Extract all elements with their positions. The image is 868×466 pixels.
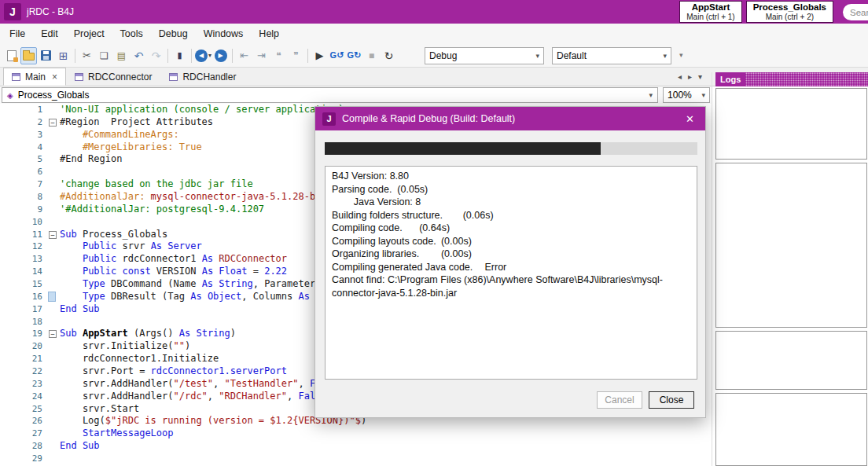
member-selector-combo[interactable]: ◈ Process_Globals ▾ bbox=[2, 87, 658, 103]
compile-dialog-titlebar[interactable]: J Compile & Rapid Debug (Build: Default)… bbox=[315, 107, 705, 130]
logs-filter-area[interactable] bbox=[715, 331, 867, 390]
tab-rdchandler[interactable]: RDCHandler bbox=[160, 68, 245, 86]
compile-progress-bar bbox=[325, 142, 697, 155]
quick-button-appstart[interactable]: AppStart Main (ctrl + 1) bbox=[679, 1, 741, 23]
code-text: '#AdditionalJar: postgresql-9.4.1207 bbox=[60, 204, 264, 216]
fold-collapse-icon[interactable]: − bbox=[49, 330, 57, 338]
code-line[interactable]: 29 bbox=[0, 453, 712, 465]
toolbar-separator bbox=[232, 49, 233, 63]
resume-icon[interactable]: G↻ bbox=[346, 47, 362, 64]
line-number: 14 bbox=[0, 266, 47, 278]
open-file-icon[interactable] bbox=[20, 47, 37, 64]
compile-log-line: Compiling layouts code. (0.00s) bbox=[332, 235, 690, 248]
modules-icon[interactable]: ⊞ bbox=[55, 47, 72, 64]
code-line[interactable]: 28End Sub bbox=[0, 440, 712, 453]
toolbar-overflow-icon[interactable]: ▾ bbox=[679, 51, 683, 59]
panel-splitter[interactable] bbox=[712, 72, 712, 466]
bookmark-icon[interactable]: ▮ bbox=[171, 47, 188, 64]
copy-icon[interactable]: ❏ bbox=[96, 47, 112, 64]
debug-mode-combo[interactable]: Debug ▾ bbox=[425, 47, 544, 64]
logs-secondary-area[interactable] bbox=[715, 163, 867, 328]
zoom-combo[interactable]: 100% ▾ bbox=[663, 87, 710, 103]
b4j-ide-window: J jRDC - B4J AppStart Main (ctrl + 1) Pr… bbox=[0, 0, 868, 466]
code-line[interactable]: 27 StartMessageLoop bbox=[0, 427, 712, 440]
navigate-back-button-circle: ◀ bbox=[195, 50, 208, 62]
module-icon bbox=[75, 73, 83, 81]
close-icon[interactable]: ✕ bbox=[682, 113, 698, 125]
code-text: #AdditionalJar: mysql-connector-java-5.1… bbox=[60, 191, 349, 204]
undo-icon[interactable]: ↶ bbox=[131, 47, 147, 64]
code-text: srvr.AddHandler("/rdc", "RDCHandler", Fa… bbox=[60, 391, 333, 403]
line-number: 18 bbox=[0, 316, 47, 328]
redo-icon[interactable]: ↷ bbox=[148, 47, 164, 64]
menubar: FileEditProjectToolsDebugWindowsHelp bbox=[0, 24, 868, 44]
gutter-fold-column bbox=[47, 303, 60, 316]
cancel-button[interactable]: Cancel bbox=[597, 391, 642, 409]
quick-button-process-globals[interactable]: Process_Globals Main (ctrl + 2) bbox=[746, 1, 833, 23]
member-icon: ◈ bbox=[7, 91, 13, 100]
menu-item-help[interactable]: Help bbox=[251, 24, 287, 44]
logs-bottom-area[interactable] bbox=[715, 393, 867, 466]
line-number: 26 bbox=[0, 415, 47, 427]
menu-item-windows[interactable]: Windows bbox=[196, 24, 252, 44]
compile-log-output[interactable]: B4J Version: 8.80Parsing code. (0.05s) J… bbox=[325, 166, 697, 380]
comment-icon[interactable]: ❝ bbox=[270, 47, 287, 64]
menu-item-edit[interactable]: Edit bbox=[33, 24, 66, 44]
cut-icon[interactable]: ✂ bbox=[79, 47, 95, 64]
code-text: #MergeLibraries: True bbox=[60, 141, 202, 154]
fold-collapse-icon[interactable]: − bbox=[49, 231, 57, 239]
code-text: srvr.AddHandler("/test", "TestHandler", … bbox=[60, 378, 344, 391]
logs-panel-header[interactable]: Logs bbox=[715, 72, 868, 86]
gutter-fold-column bbox=[47, 378, 60, 391]
uncomment-icon[interactable]: ❞ bbox=[288, 47, 304, 64]
code-text: Public srvr As Server bbox=[60, 240, 202, 253]
save-icon[interactable] bbox=[38, 47, 54, 64]
gutter-fold-column bbox=[47, 266, 60, 278]
build-config-combo[interactable]: Default ▾ bbox=[552, 47, 671, 64]
logs-output-area[interactable] bbox=[715, 88, 867, 160]
stop-button[interactable]: ■ bbox=[363, 47, 380, 64]
restart-button[interactable]: ↻ bbox=[381, 47, 397, 64]
line-number: 6 bbox=[0, 166, 47, 178]
logs-header-hatch bbox=[745, 72, 868, 86]
new-file-icon[interactable] bbox=[3, 47, 20, 64]
navigate-forward-button-circle: ▶ bbox=[215, 50, 227, 62]
tab-main[interactable]: Main× bbox=[3, 68, 66, 86]
tab-label: RDCHandler bbox=[182, 72, 236, 83]
tab-nav-left-icon[interactable]: ◂ bbox=[678, 72, 682, 81]
compile-log-line: Compiling generated Java code. Error bbox=[332, 261, 690, 274]
search-input[interactable]: Searc bbox=[843, 4, 868, 20]
gutter-fold-column bbox=[47, 278, 60, 291]
navigate-back-button[interactable]: ◀▾ bbox=[195, 47, 211, 64]
tab-nav-menu-icon[interactable]: ▾ bbox=[698, 72, 702, 81]
tab-close-icon[interactable]: × bbox=[52, 72, 57, 83]
gutter-fold-column bbox=[47, 340, 60, 353]
code-text: End Sub bbox=[60, 303, 100, 316]
run-button[interactable]: ▶ bbox=[311, 47, 328, 64]
gutter-fold-column bbox=[47, 240, 60, 253]
chevron-down-icon: ▾ bbox=[649, 91, 653, 99]
menu-item-project[interactable]: Project bbox=[66, 24, 112, 44]
line-number: 13 bbox=[0, 253, 47, 266]
menu-item-file[interactable]: File bbox=[2, 24, 33, 44]
menu-item-tools[interactable]: Tools bbox=[112, 24, 151, 44]
gutter-fold-column bbox=[47, 291, 60, 303]
chevron-down-icon: ▾ bbox=[663, 52, 667, 60]
code-text: srvr.Start bbox=[60, 403, 139, 416]
fold-collapse-icon[interactable]: − bbox=[49, 119, 57, 127]
titlebar[interactable]: J jRDC - B4J AppStart Main (ctrl + 1) Pr… bbox=[0, 0, 868, 24]
paste-icon[interactable]: ▤ bbox=[113, 47, 130, 64]
close-button[interactable]: Close bbox=[649, 391, 694, 409]
navigate-forward-button[interactable]: ▶ bbox=[212, 47, 229, 64]
outdent-icon[interactable]: ⇤ bbox=[236, 47, 252, 64]
rapid-debug-icon[interactable]: G↺ bbox=[329, 47, 345, 64]
tab-rdcconnector[interactable]: RDCConnector bbox=[66, 68, 160, 86]
gutter-fold-column bbox=[47, 415, 60, 427]
gutter-fold-column bbox=[47, 104, 60, 116]
compile-log-line: Compiling code. (0.64s) bbox=[332, 222, 690, 235]
indent-icon[interactable]: ⇥ bbox=[253, 47, 270, 64]
gutter-fold-column bbox=[47, 153, 60, 166]
menu-item-debug[interactable]: Debug bbox=[151, 24, 196, 44]
gutter-fold-column bbox=[47, 129, 60, 141]
tab-nav-right-icon[interactable]: ▸ bbox=[688, 72, 692, 81]
